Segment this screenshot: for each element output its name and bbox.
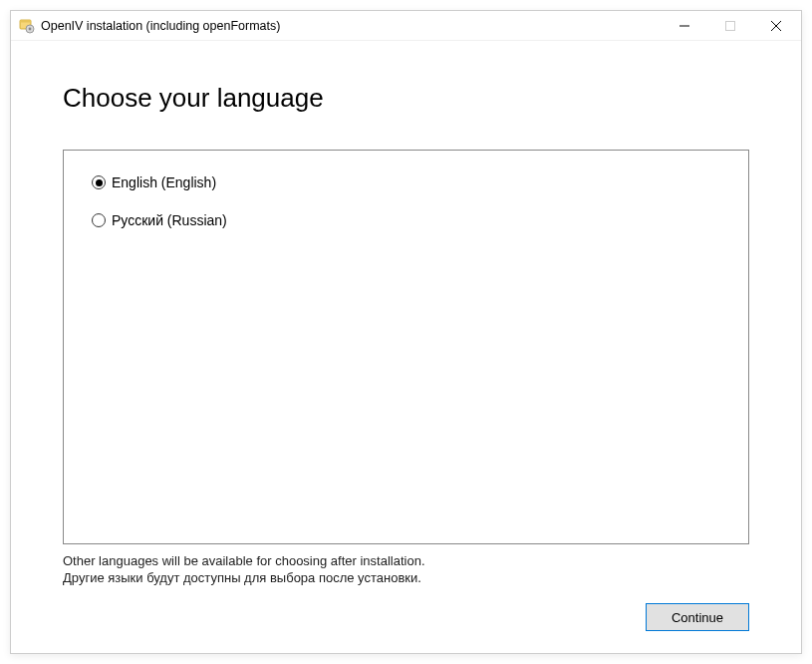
language-option-english[interactable]: English (English)	[92, 174, 720, 190]
note-line-en: Other languages will be available for ch…	[63, 552, 749, 570]
availability-note: Other languages will be available for ch…	[63, 552, 749, 587]
continue-button[interactable]: Continue	[646, 603, 749, 631]
svg-point-3	[29, 27, 32, 30]
window-controls	[662, 11, 799, 40]
svg-rect-1	[20, 20, 31, 23]
footer: Continue	[63, 603, 749, 631]
radio-icon	[92, 213, 106, 227]
language-label: Русский (Russian)	[112, 212, 227, 228]
note-line-ru: Другие языки будут доступны для выбора п…	[63, 569, 749, 587]
titlebar: OpenIV instalation (including openFormat…	[11, 11, 801, 41]
page-heading: Choose your language	[63, 83, 749, 114]
svg-rect-5	[726, 21, 735, 30]
app-icon	[19, 18, 35, 34]
radio-selected-dot	[96, 179, 103, 186]
window-title: OpenIV instalation (including openFormat…	[41, 19, 662, 33]
radio-icon	[92, 175, 106, 189]
installer-window: OpenIV instalation (including openFormat…	[10, 10, 802, 654]
close-button[interactable]	[753, 11, 799, 40]
language-option-russian[interactable]: Русский (Russian)	[92, 212, 720, 228]
installer-body: Choose your language English (English) Р…	[11, 41, 801, 653]
language-label: English (English)	[112, 174, 216, 190]
language-selection-box: English (English) Русский (Russian)	[63, 150, 749, 544]
minimize-button[interactable]	[662, 11, 707, 40]
maximize-button	[707, 11, 753, 40]
